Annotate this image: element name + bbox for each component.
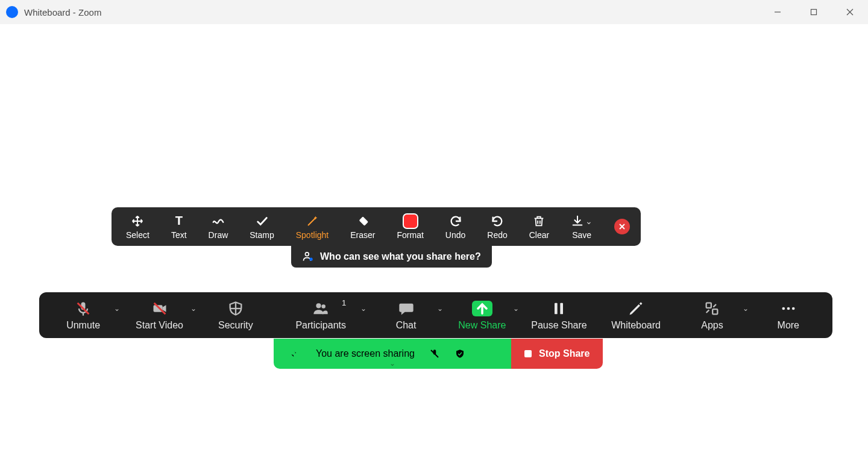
start-video-button[interactable]: Start Video ⌄: [133, 299, 187, 331]
svg-rect-19: [555, 303, 558, 315]
stamp-label: Stamp: [250, 230, 274, 240]
person-share-icon: [302, 251, 314, 263]
trash-icon: [532, 213, 546, 229]
close-window-button[interactable]: [832, 0, 868, 24]
whiteboard-label: Whiteboard: [611, 320, 661, 331]
chevron-down-icon[interactable]: ⌄: [585, 216, 593, 226]
new-share-button[interactable]: New Share ⌄: [455, 299, 509, 331]
more-button[interactable]: More: [761, 299, 816, 331]
svg-point-9: [309, 258, 312, 261]
svg-text:T: T: [175, 215, 183, 227]
maximize-button[interactable]: [796, 0, 832, 24]
undo-button[interactable]: Undo: [435, 207, 476, 246]
clear-button[interactable]: Clear: [518, 207, 560, 246]
eraser-label: Eraser: [350, 230, 375, 240]
participants-options-caret[interactable]: ⌄: [360, 304, 366, 313]
pause-share-button[interactable]: Pause Share: [531, 299, 587, 331]
microphone-muted-icon: [75, 299, 92, 318]
screen-sharing-banner: You are screen sharing ⌄ Stop Share: [274, 339, 603, 369]
unmute-label: Unmute: [66, 320, 100, 331]
draw-icon: [212, 213, 225, 229]
svg-point-23: [782, 307, 785, 310]
shield-icon: [227, 299, 244, 318]
share-arrow-icon: [472, 299, 492, 318]
save-button[interactable]: ⌄ Save: [560, 207, 603, 246]
chat-label: Chat: [396, 320, 417, 331]
undo-icon: [449, 213, 462, 229]
text-icon: T: [172, 213, 186, 229]
svg-point-18: [322, 304, 326, 309]
save-label: Save: [572, 230, 591, 240]
svg-rect-5: [359, 216, 368, 226]
share-tip-text: Who can see what you share here?: [320, 251, 481, 262]
banner-mic-muted-icon[interactable]: [429, 348, 440, 359]
close-toolbar-button[interactable]: [614, 219, 630, 234]
svg-rect-21: [706, 303, 711, 308]
red-glow-decoration: [579, 356, 594, 366]
spotlight-tool[interactable]: Spotlight: [285, 207, 339, 246]
pin-icon: [288, 349, 298, 359]
close-icon: [618, 223, 626, 230]
apps-options-caret[interactable]: ⌄: [743, 304, 749, 313]
meeting-control-bar: Unmute ⌄ Start Video ⌄ Security 1 Partic…: [39, 292, 832, 338]
more-dots-icon: [780, 299, 797, 318]
window-titlebar: Whiteboard - Zoom: [0, 0, 868, 24]
apps-icon: [703, 299, 720, 318]
participants-button[interactable]: 1 Participants ⌄: [285, 299, 357, 331]
stamp-tool[interactable]: Stamp: [239, 207, 285, 246]
svg-rect-20: [561, 303, 564, 315]
apps-label: Apps: [701, 320, 723, 331]
security-label: Security: [218, 320, 253, 331]
minimize-button[interactable]: [760, 0, 796, 24]
chat-icon: [398, 299, 415, 318]
spotlight-label: Spotlight: [296, 230, 329, 240]
banner-shield-icon[interactable]: [454, 348, 465, 359]
pause-icon: [550, 299, 567, 318]
undo-label: Undo: [445, 230, 465, 240]
checkmark-icon: [256, 213, 269, 229]
wand-icon: [306, 213, 319, 229]
text-tool[interactable]: T Text: [160, 207, 198, 246]
chat-button[interactable]: Chat ⌄: [379, 299, 433, 331]
format-label: Format: [397, 230, 423, 240]
start-video-label: Start Video: [136, 320, 183, 331]
zoom-app-icon: [6, 6, 18, 18]
svg-point-24: [787, 307, 790, 310]
redo-icon: [491, 213, 504, 229]
eraser-tool[interactable]: Eraser: [339, 207, 386, 246]
new-share-label: New Share: [458, 320, 506, 331]
redo-button[interactable]: Redo: [476, 207, 518, 246]
pencil-icon: [627, 299, 644, 318]
color-swatch-icon: [403, 213, 418, 229]
sharing-status-pill[interactable]: You are screen sharing ⌄: [274, 339, 511, 369]
eraser-icon: [356, 213, 370, 229]
window-controls: [760, 0, 868, 24]
text-label: Text: [171, 230, 187, 240]
whiteboard-button[interactable]: Whiteboard: [609, 299, 663, 331]
draw-tool[interactable]: Draw: [198, 207, 239, 246]
svg-point-17: [316, 303, 321, 308]
select-label: Select: [126, 230, 149, 240]
participants-label: Participants: [295, 320, 346, 331]
people-icon: [312, 299, 329, 318]
unmute-options-caret[interactable]: ⌄: [114, 304, 120, 313]
camera-off-icon: [151, 299, 168, 318]
window-title: Whiteboard - Zoom: [24, 7, 101, 17]
svg-rect-22: [713, 309, 718, 314]
more-label: More: [778, 320, 799, 331]
apps-button[interactable]: Apps ⌄: [685, 299, 739, 331]
chat-options-caret[interactable]: ⌄: [437, 304, 443, 313]
participants-count: 1: [342, 298, 346, 307]
select-tool[interactable]: Select: [115, 207, 160, 246]
video-options-caret[interactable]: ⌄: [190, 304, 197, 313]
format-tool[interactable]: Format: [386, 207, 434, 246]
banner-expand-caret[interactable]: ⌄: [389, 359, 395, 368]
clear-label: Clear: [529, 230, 549, 240]
new-share-options-caret[interactable]: ⌄: [513, 304, 519, 313]
svg-point-25: [792, 307, 795, 310]
share-visibility-tip[interactable]: Who can see what you share here?: [291, 246, 492, 268]
draw-label: Draw: [209, 230, 228, 240]
security-button[interactable]: Security: [209, 299, 263, 331]
download-icon: ⌄: [571, 213, 593, 229]
unmute-button[interactable]: Unmute ⌄: [56, 299, 110, 331]
